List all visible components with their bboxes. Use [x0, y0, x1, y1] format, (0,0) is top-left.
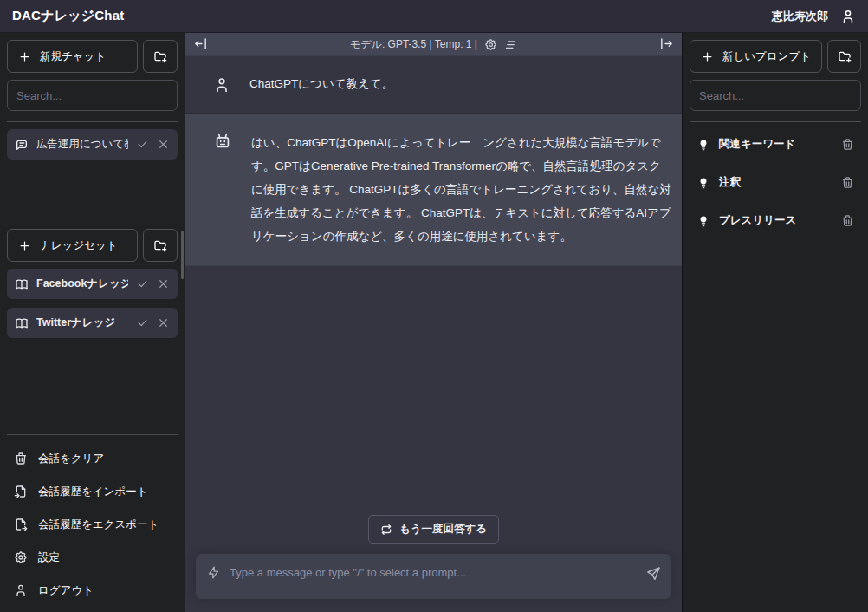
knowledge-set-item[interactable]: Twitterナレッジ	[7, 308, 178, 338]
send-icon[interactable]	[646, 566, 661, 581]
file-export-icon	[14, 518, 28, 531]
conversations-sidebar: 新規チャット 広告運用について教えて ナレッジセット	[0, 33, 185, 612]
import-history-button[interactable]: 会話履歴をインポート	[7, 475, 178, 508]
prompt-title: 関連キーワード	[719, 137, 832, 152]
clear-conversations-button[interactable]: 会話をクリア	[7, 442, 178, 475]
model-settings-gear-icon[interactable]	[484, 38, 497, 51]
new-chat-folder-button[interactable]	[143, 40, 178, 73]
new-knowledge-set-button[interactable]: ナレッジセット	[7, 229, 138, 262]
repeat-icon	[380, 524, 392, 536]
logout-user-icon	[14, 583, 28, 597]
bolt-icon	[206, 565, 221, 580]
user-avatar-icon	[213, 76, 230, 94]
delete-prompt-trash-icon[interactable]	[841, 138, 854, 151]
collapse-left-sidebar-button[interactable]	[193, 36, 208, 51]
clear-all-icon[interactable]	[504, 38, 517, 51]
model-bar: モデル: GPT-3.5 | Temp: 1 |	[185, 33, 682, 56]
sidebar-divider	[7, 121, 178, 122]
prompt-search-input[interactable]	[690, 80, 861, 111]
export-history-label: 会話履歴をエクスポート	[38, 518, 159, 532]
plus-icon	[18, 50, 31, 63]
book-icon	[15, 316, 29, 330]
message-icon	[15, 138, 29, 152]
logout-label: ログアウト	[38, 583, 94, 598]
regenerate-label: もう一度回答する	[399, 522, 487, 537]
conversation-title: 広告運用について教えて	[36, 137, 128, 152]
cancel-x-icon[interactable]	[157, 138, 170, 151]
knowledge-set-item[interactable]: Facebookナレッジ	[7, 269, 178, 299]
prompt-title: 注釈	[719, 175, 832, 190]
assistant-message: はい、ChatGPTはOpenAIによってトレーニングされた大規模な言語モデルで…	[185, 114, 682, 266]
settings-button[interactable]: 設定	[7, 541, 178, 574]
settings-label: 設定	[38, 550, 60, 565]
delete-prompt-trash-icon[interactable]	[841, 214, 854, 227]
regenerate-button[interactable]: もう一度回答する	[368, 515, 499, 544]
clear-conversations-label: 会話をクリア	[38, 452, 104, 466]
prompt-item[interactable]: 注釈	[690, 167, 861, 198]
folder-plus-icon	[153, 49, 167, 63]
delete-prompt-trash-icon[interactable]	[841, 176, 854, 189]
prompt-title: プレスリリース	[719, 213, 832, 228]
new-chat-label: 新規チャット	[40, 49, 106, 64]
logout-button[interactable]: ログアウト	[7, 574, 178, 607]
bulb-icon	[696, 214, 710, 228]
robot-icon	[213, 132, 232, 151]
chat-input-area: もう一度回答する	[185, 515, 682, 612]
bulb-icon	[696, 138, 710, 152]
user-message: ChatGPTについて教えて。	[185, 56, 682, 114]
user-message-text: ChatGPTについて教えて。	[249, 75, 393, 94]
conversation-item[interactable]: 広告運用について教えて	[7, 129, 178, 160]
confirm-check-icon[interactable]	[136, 277, 149, 290]
new-chat-button[interactable]: 新規チャット	[7, 40, 138, 73]
cancel-x-icon[interactable]	[157, 316, 170, 329]
new-prompt-button[interactable]: 新しいプロンプト	[690, 40, 822, 73]
gear-icon	[14, 550, 28, 564]
file-import-icon	[14, 485, 28, 498]
bulb-icon	[696, 176, 710, 190]
sidebar-divider	[690, 121, 861, 122]
knowledge-set-title: Twitterナレッジ	[36, 316, 128, 330]
book-icon	[15, 277, 29, 291]
sidebar-scrollbar[interactable]	[181, 231, 184, 279]
model-info: モデル: GPT-3.5 | Temp: 1 |	[350, 37, 477, 52]
confirm-check-icon[interactable]	[136, 138, 149, 151]
chat-panel: モデル: GPT-3.5 | Temp: 1 | ChatGPTについて教えて。…	[185, 33, 682, 612]
prompt-item[interactable]: 関連キーワード	[690, 129, 861, 160]
prompts-sidebar: 新しいプロンプト 関連キーワード 注釈 プレスリリース	[682, 33, 868, 612]
knowledge-set-title: Facebookナレッジ	[36, 277, 128, 291]
confirm-check-icon[interactable]	[136, 316, 149, 329]
message-input[interactable]	[230, 565, 638, 579]
export-history-button[interactable]: 会話履歴をエクスポート	[7, 508, 178, 541]
plus-icon	[701, 50, 714, 63]
assistant-message-text: はい、ChatGPTはOpenAIによってトレーニングされた大規模な言語モデルで…	[251, 131, 672, 248]
folder-plus-icon	[153, 238, 167, 252]
conversation-search-input[interactable]	[7, 80, 178, 111]
user-account-icon[interactable]	[840, 9, 856, 24]
cancel-x-icon[interactable]	[157, 277, 170, 290]
prompt-folder-button[interactable]	[827, 40, 861, 73]
user-name: 恵比寿次郎	[772, 9, 828, 24]
knowledge-set-label: ナレッジセット	[40, 238, 118, 253]
import-history-label: 会話履歴をインポート	[38, 485, 147, 499]
knowledge-folder-button[interactable]	[143, 229, 178, 262]
message-input-box	[195, 553, 672, 600]
trash-icon	[14, 452, 28, 466]
prompt-item[interactable]: プレスリリース	[690, 205, 861, 236]
plus-icon	[18, 239, 31, 252]
app-top-bar: DACナレッジChat 恵比寿次郎	[0, 0, 868, 33]
collapse-right-sidebar-button[interactable]	[659, 36, 674, 51]
folder-plus-icon	[838, 49, 852, 63]
app-title: DACナレッジChat	[12, 8, 124, 24]
sidebar-footer: 会話をクリア 会話履歴をインポート 会話履歴をエクスポート 設定 ログアウト	[7, 434, 178, 607]
new-prompt-label: 新しいプロンプト	[722, 49, 811, 64]
